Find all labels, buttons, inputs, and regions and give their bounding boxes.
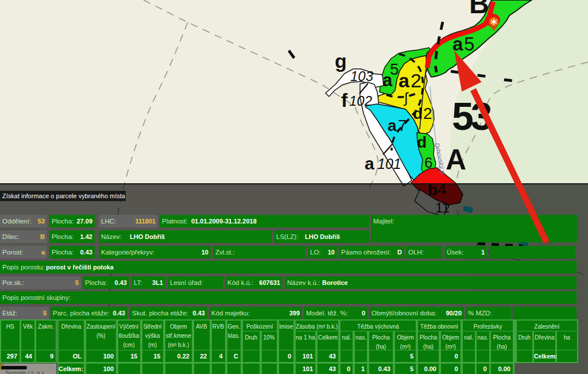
svg-text:6: 6 [424,154,432,171]
svg-text:g: g [335,50,347,72]
svg-text:B: B [469,0,489,19]
svg-text:5: 5 [464,33,474,55]
svg-text:5: 5 [390,60,399,78]
svg-text:∫: ∫ [403,90,409,106]
svg-text:f: f [341,89,348,111]
svg-text:2: 2 [423,105,432,122]
svg-text:53: 53 [452,94,492,138]
svg-text:103: 103 [350,68,374,84]
svg-text:a: a [388,117,397,134]
svg-text:102: 102 [349,93,372,109]
svg-text:a: a [399,70,410,91]
svg-text:d: d [417,133,427,151]
svg-text:a: a [365,154,374,173]
svg-text:2: 2 [411,70,421,91]
svg-text:a: a [452,33,463,55]
svg-text:d: d [413,105,423,122]
svg-text:A: A [446,144,466,176]
svg-text:7: 7 [398,117,407,134]
svg-text:101: 101 [377,156,401,172]
